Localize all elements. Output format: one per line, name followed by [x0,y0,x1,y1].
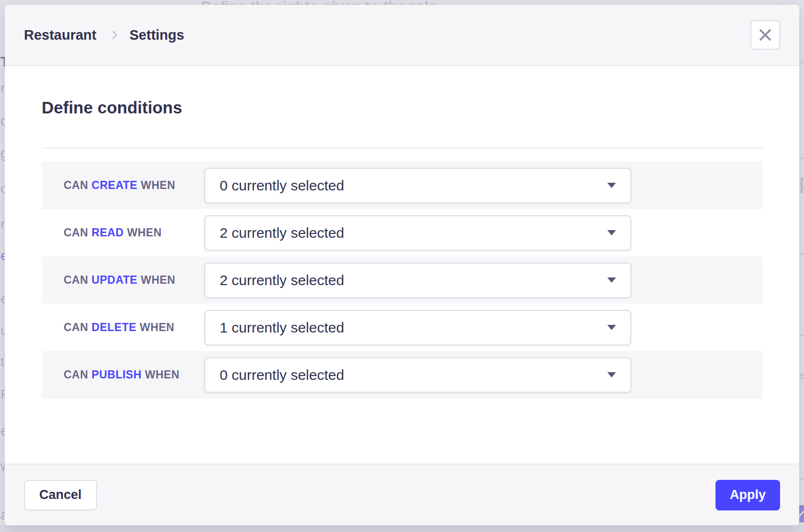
cancel-button[interactable]: Cancel [24,480,97,510]
selected-count: 0 currently selected [220,177,344,194]
breadcrumb-settings: Settings [130,27,184,43]
divider [799,478,804,479]
condition-select-update[interactable]: 2 currently selected [204,263,631,298]
condition-row-read: CANREADWHEN 2 currently selected [42,209,762,256]
condition-label: CANUPDATEWHEN [42,274,204,287]
screen: Define the rights given to the role Trdg… [0,0,804,532]
label-action: CREATE [91,179,137,191]
divider [42,147,762,148]
label-suffix: WHEN [141,274,175,286]
check-slash [799,510,804,517]
label-prefix: CAN [64,368,88,381]
divider [799,158,804,159]
modal-body: Define conditions CANCREATEWHEN 0 curren… [5,66,799,464]
breadcrumb: Restaurant Settings [24,27,184,43]
label-prefix: CAN [64,179,88,191]
selected-count: 1 currently selected [220,320,344,336]
divider [799,335,804,336]
conditions-list: CANCREATEWHEN 0 currently selected CANRE… [42,162,762,399]
breadcrumb-restaurant[interactable]: Restaurant [24,27,97,43]
condition-label: CANCREATEWHEN [42,179,204,192]
label-action: UPDATE [91,274,137,286]
condition-label: CANREADWHEN [42,226,204,239]
condition-row-update: CANUPDATEWHEN 2 currently selected [42,256,762,304]
label-suffix: WHEN [141,179,175,191]
divider [799,62,804,63]
chevron-down-icon [607,277,616,283]
label-prefix: CAN [64,226,88,239]
modal-header: Restaurant Settings [5,5,799,66]
label-suffix: WHEN [145,368,179,381]
chevron-down-icon [607,230,616,235]
background-page-right [799,0,804,532]
label-action: PUBLISH [91,368,141,381]
selected-count: 2 currently selected [220,225,344,241]
background-text-fragment: p [799,170,804,194]
condition-row-create: CANCREATEWHEN 0 currently selected [42,162,762,209]
label-suffix: WHEN [127,226,162,239]
condition-row-publish: CANPUBLISHWHEN 0 currently selected [42,351,762,399]
check-icon [799,505,804,522]
condition-select-publish[interactable]: 0 currently selected [204,357,631,393]
chevron-right-icon [109,31,117,39]
page-title: Define conditions [42,97,762,119]
selected-count: 2 currently selected [220,272,344,288]
label-prefix: CAN [64,274,88,286]
apply-button[interactable]: Apply [715,480,780,510]
condition-select-read[interactable]: 2 currently selected [204,215,631,251]
condition-select-delete[interactable]: 1 currently selected [204,310,631,345]
selected-count: 0 currently selected [220,367,344,383]
chevron-down-icon [607,325,616,330]
condition-label: CANDELETEWHEN [42,321,204,334]
background-page-bottom [0,525,804,532]
condition-label: CANPUBLISHWHEN [42,368,204,381]
divider [799,254,804,255]
condition-row-delete: CANDELETEWHEN 1 currently selected [42,304,762,351]
label-action: DELETE [91,321,136,333]
label-prefix: CAN [64,321,88,333]
close-button[interactable] [750,20,780,50]
condition-select-create[interactable]: 0 currently selected [204,168,631,203]
label-suffix: WHEN [140,321,174,333]
modal-footer: Cancel Apply [5,464,799,525]
label-action: READ [91,226,123,239]
chevron-down-icon [607,372,616,377]
conditions-modal: Restaurant Settings Define conditions CA… [5,5,799,525]
chevron-down-icon [607,183,616,188]
background-text-fragment: ≡ [799,368,804,383]
